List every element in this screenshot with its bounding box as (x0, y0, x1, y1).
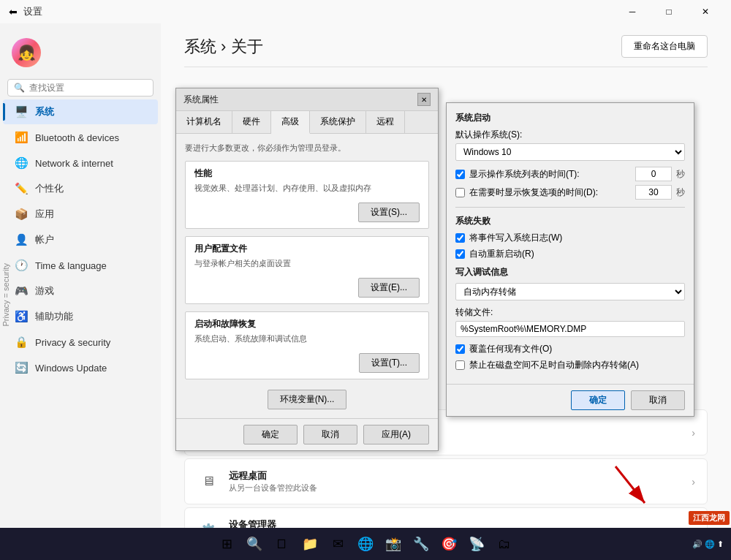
user-profiles-settings-button[interactable]: 设置(E)... (358, 278, 420, 298)
taskbar-explorer-button[interactable]: 📁 (298, 532, 322, 556)
startup-recovery-desc: 系统启动、系统故障和调试信息 (194, 333, 420, 344)
tabs-bar: 计算机名 硬件 高级 系统保护 远程 (176, 111, 438, 134)
sys-props-cancel-button[interactable]: 取消 (303, 425, 357, 444)
tab-hardware[interactable]: 硬件 (232, 111, 271, 133)
disable-low-disk-checkbox[interactable] (455, 360, 465, 370)
tab-remote[interactable]: 远程 (366, 111, 405, 133)
overwrite-existing-checkbox[interactable] (455, 344, 465, 354)
startup-cancel-button[interactable]: 取消 (631, 390, 685, 410)
sys-props-ok-button[interactable]: 确定 (243, 425, 298, 444)
startup-recovery-title: 启动和故障恢复 (194, 318, 420, 330)
taskbar-edge-button[interactable]: 🌐 (354, 532, 377, 556)
watermark-label: 江西龙网 (689, 511, 730, 525)
write-event-log-checkbox[interactable] (455, 233, 465, 243)
taskbar-right: 🔊 🌐 ⬆ (692, 540, 724, 549)
sys-props-close-button[interactable]: ✕ (417, 93, 431, 106)
tab-computer-name[interactable]: 计算机名 (176, 111, 232, 133)
performance-settings-button[interactable]: 设置(S)... (358, 203, 420, 222)
auto-restart-row: 自动重新启动(R) (455, 248, 685, 260)
debug-info-select[interactable]: 自动内存转储 (455, 283, 685, 300)
taskbar-task-view-button[interactable]: 🗌 (270, 532, 294, 556)
performance-section: 性能 视觉效果、处理器计划、内存使用、以及虚拟内存 设置(S)... (185, 161, 429, 229)
taskbar-store-button[interactable]: 🎯 (437, 532, 461, 556)
system-startup-group-label: 系统启动 (455, 112, 685, 124)
user-profiles-section: 用户配置文件 与登录帐户相关的桌面设置 设置(E)... (185, 236, 429, 304)
sys-props-footer: 确定 取消 应用(A) (176, 418, 438, 450)
system-failure-group-label: 系统失败 (455, 215, 685, 227)
debug-info-group: 写入调试信息 自动内存转储 (455, 266, 685, 300)
taskbar-photos-button[interactable]: 📸 (382, 532, 405, 556)
taskbar-mail-button[interactable]: ✉ (326, 532, 349, 556)
system-properties-dialog: 系统属性 ✕ 计算机名 硬件 高级 系统保护 远程 要进行大多数更改，你必须作为… (175, 88, 439, 451)
user-profiles-title: 用户配置文件 (194, 243, 420, 255)
startup-recovery-section: 启动和故障恢复 系统启动、系统故障和调试信息 设置(T)... (185, 311, 429, 379)
tab-system-protection[interactable]: 系统保护 (310, 111, 366, 133)
taskbar-time: 🔊 🌐 ⬆ (692, 540, 724, 549)
startup-footer: 确定 取消 (447, 384, 694, 416)
performance-desc: 视觉效果、处理器计划、内存使用、以及虚拟内存 (194, 183, 420, 194)
startup-recovery-settings-button[interactable]: 设置(T)... (359, 353, 420, 373)
sys-props-titlebar: 系统属性 ✕ (176, 88, 438, 111)
dump-file-group: 转储文件: (455, 306, 685, 337)
dump-file-input[interactable] (455, 321, 685, 337)
user-profiles-desc: 与登录帐户相关的桌面设置 (194, 258, 420, 269)
show-os-time-input[interactable] (635, 167, 672, 181)
show-os-time-checkbox[interactable] (455, 170, 465, 179)
sys-props-body: 要进行大多数更改，你必须作为管理员登录。 性能 视觉效果、处理器计划、内存使用、… (176, 134, 438, 418)
write-event-log-row: 将事件写入系统日志(W) (455, 232, 685, 244)
default-os-select[interactable]: Windows 10 (455, 143, 685, 161)
show-recovery-time-checkbox[interactable] (455, 188, 465, 197)
show-recovery-time-input[interactable] (635, 185, 672, 200)
tab-advanced[interactable]: 高级 (271, 111, 310, 134)
sys-props-apply-button[interactable]: 应用(A) (363, 425, 429, 444)
taskbar-tools-button[interactable]: 🔧 (409, 532, 433, 556)
svg-line-1 (616, 466, 645, 503)
default-os-group: 默认操作系统(S): Windows 10 (455, 129, 685, 161)
red-arrow-annotation (601, 459, 659, 518)
show-recovery-time-row: 在需要时显示恢复选项的时间(D): 秒 (455, 185, 685, 200)
startup-ok-button[interactable]: 确定 (571, 390, 625, 410)
admin-note: 要进行大多数更改，你必须作为管理员登录。 (185, 143, 429, 154)
show-os-time-unit: 秒 (676, 168, 685, 181)
startup-recovery-dialog: 启动和故障恢复 ✕ 系统启动 默认操作系统(S): Windows 10 显示操… (446, 102, 694, 417)
show-recovery-time-label: 在需要时显示恢复选项的时间(D): (469, 186, 631, 199)
overwrite-existing-row: 覆盖任何现有文件(O) (455, 343, 685, 355)
taskbar-search-button[interactable]: 🔍 (243, 532, 266, 556)
show-recovery-time-unit: 秒 (676, 186, 685, 199)
auto-restart-checkbox[interactable] (455, 249, 465, 259)
disable-low-disk-label: 禁止在磁盘空间不足时自动删除内存转储(A) (469, 359, 639, 371)
dump-file-label: 转储文件: (455, 306, 685, 319)
taskbar-center: ⊞ 🔍 🗌 📁 ✉ 🌐 📸 🔧 🎯 📡 🗂 (215, 532, 516, 556)
performance-title: 性能 (194, 167, 420, 180)
taskbar-start-button[interactable]: ⊞ (215, 532, 238, 556)
env-variables-button[interactable]: 环境变量(N)... (268, 390, 347, 409)
taskbar-network-button[interactable]: 📡 (465, 532, 488, 556)
taskbar-files-button[interactable]: 🗂 (493, 532, 516, 556)
default-os-label: 默认操作系统(S): (455, 129, 685, 141)
show-os-time-row: 显示操作系统列表的时间(T): 秒 (455, 167, 685, 181)
disable-low-disk-row: 禁止在磁盘空间不足时自动删除内存转储(A) (455, 359, 685, 371)
taskbar: ⊞ 🔍 🗌 📁 ✉ 🌐 📸 🔧 🎯 📡 🗂 🔊 🌐 ⬆ (0, 528, 731, 560)
show-os-time-label: 显示操作系统列表的时间(T): (469, 168, 631, 181)
sys-props-title: 系统属性 (183, 94, 219, 106)
dialog-overlay: 系统属性 ✕ 计算机名 硬件 高级 系统保护 远程 要进行大多数更改，你必须作为… (0, 0, 731, 560)
auto-restart-label: 自动重新启动(R) (469, 248, 534, 260)
overwrite-existing-label: 覆盖任何现有文件(O) (469, 343, 552, 355)
write-event-log-label: 将事件写入系统日志(W) (469, 232, 562, 244)
debug-info-group-label: 写入调试信息 (455, 266, 685, 279)
startup-body: 系统启动 默认操作系统(S): Windows 10 显示操作系统列表的时间(T… (447, 103, 694, 384)
